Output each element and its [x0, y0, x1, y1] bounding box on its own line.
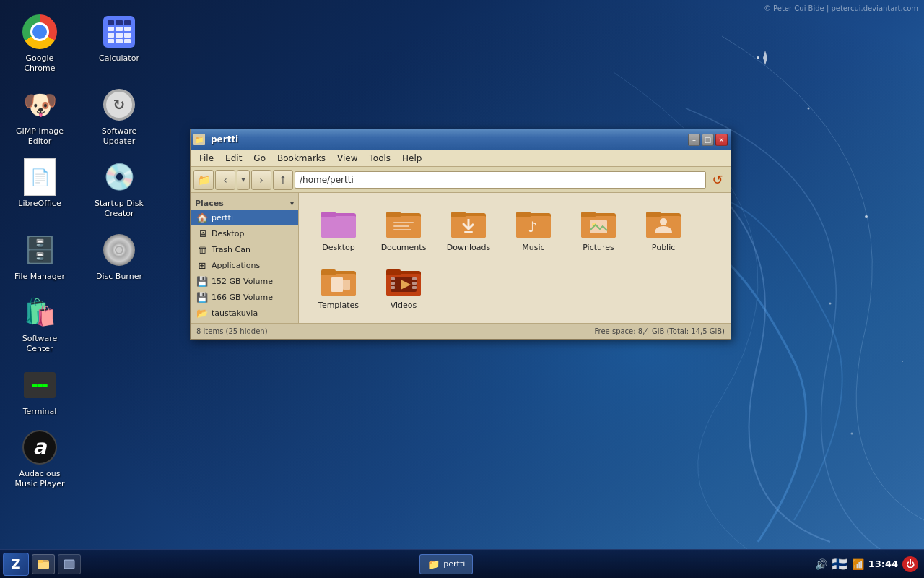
- sidebar-section-places: Places ▾ 🏠 pertti 🖥 Desktop 🗑 Trash Can …: [191, 196, 298, 322]
- svg-rect-53: [64, 560, 74, 569]
- tray-power-button[interactable]: ⏻: [902, 556, 918, 572]
- taskbar-start-button[interactable]: Z: [3, 553, 29, 576]
- minimize-button[interactable]: –: [688, 134, 700, 146]
- menu-go[interactable]: Go: [248, 152, 271, 165]
- sidebar-tausta-icon: 📂: [196, 307, 208, 319]
- tray-flag-icon[interactable]: 🇫🇮: [832, 556, 847, 571]
- svg-rect-51: [38, 562, 49, 569]
- menu-bookmarks[interactable]: Bookmarks: [271, 152, 331, 165]
- sidebar-vol152-icon: 💾: [196, 275, 208, 287]
- file-manager-icon: 🗄️: [24, 235, 56, 265]
- toolbar-forward-btn[interactable]: ›: [251, 170, 271, 190]
- desktop-icon-libreoffice[interactable]: 📄 LibreOffice: [0, 152, 79, 225]
- folder-templates[interactable]: Templates: [306, 258, 371, 316]
- menu-view[interactable]: View: [331, 152, 363, 165]
- sidebar-item-desktop[interactable]: 🖥 Desktop: [191, 225, 298, 241]
- desktop-icon-audacious[interactable]: a AudaciousMusic Player: [0, 423, 79, 496]
- tray-wifi-icon[interactable]: 📶: [852, 558, 864, 570]
- window-controls: – □ ×: [688, 134, 728, 146]
- sidebar-pertti-icon: 🏠: [196, 212, 208, 223]
- chrome-label: GoogleChrome: [24, 53, 55, 74]
- software-center-icon: 🛍️: [24, 297, 56, 327]
- svg-rect-14: [386, 212, 401, 217]
- disc-burner-icon: [103, 234, 135, 266]
- folder-pictures[interactable]: Pictures: [566, 200, 631, 258]
- sidebar-item-vol152[interactable]: 💾 152 GB Volume: [191, 273, 298, 289]
- desktop-icon-software-updater[interactable]: ↻ SoftwareUpdater: [79, 80, 159, 153]
- desktop-icon-terminal[interactable]: ▬▬▬ Terminal: [0, 361, 79, 423]
- folder-templates-label: Templates: [318, 301, 359, 310]
- toolbar-back-btn[interactable]: ‹: [215, 170, 235, 190]
- window-title: pertti: [211, 134, 685, 144]
- svg-point-34: [660, 218, 667, 225]
- file-manager-window: 📁 pertti – □ × File Edit Go Bookmarks Vi…: [190, 129, 731, 340]
- svg-rect-52: [38, 560, 43, 563]
- svg-rect-48: [412, 282, 417, 285]
- folder-desktop[interactable]: Desktop: [306, 200, 371, 258]
- svg-rect-38: [331, 277, 343, 292]
- gimp-label: GIMP ImageEditor: [16, 126, 64, 147]
- taskbar-open-pertti[interactable]: 📁 pertti: [419, 554, 473, 574]
- toolbar-places-btn[interactable]: 📁: [193, 170, 214, 190]
- tray-volume-icon[interactable]: 🔊: [815, 558, 827, 570]
- sidebar-places-header: Places ▾: [191, 197, 298, 210]
- toolbar-refresh-btn[interactable]: ↺: [707, 170, 728, 190]
- folder-music[interactable]: ♪ Music: [501, 200, 566, 258]
- svg-rect-37: [321, 269, 336, 275]
- address-bar[interactable]: /home/pertti: [295, 171, 706, 189]
- desktop-icon-google-chrome[interactable]: GoogleChrome: [0, 7, 79, 80]
- toolbar-dropdown-btn[interactable]: ▾: [237, 170, 250, 190]
- folder-downloads-icon: [450, 206, 487, 241]
- close-button[interactable]: ×: [715, 134, 728, 146]
- folder-music-icon: ♪: [515, 206, 552, 241]
- desktop-icon-calculator[interactable]: Calculator: [79, 7, 159, 80]
- taskbar-window-label: pertti: [443, 559, 465, 569]
- svg-rect-21: [464, 231, 473, 233]
- folder-videos[interactable]: Videos: [371, 258, 436, 316]
- desktop-icon-gimp[interactable]: 🐶 GIMP ImageEditor: [0, 80, 79, 153]
- libreoffice-icon: 📄: [30, 168, 50, 186]
- folder-documents[interactable]: Documents: [371, 200, 436, 258]
- folder-music-label: Music: [522, 243, 544, 252]
- menu-bar: File Edit Go Bookmarks View Tools Help: [191, 150, 731, 167]
- software-center-label: SoftwareCenter: [22, 334, 58, 355]
- status-space: Free space: 8,4 GiB (Total: 14,5 GiB): [595, 327, 725, 335]
- toolbar-up-btn[interactable]: ↑: [273, 170, 293, 190]
- svg-rect-11: [321, 212, 336, 217]
- folder-public[interactable]: Public: [631, 200, 696, 258]
- folder-downloads[interactable]: Downloads: [436, 200, 501, 258]
- watermark: © Peter Cui Bide | petercui.deviantart.c…: [764, 4, 918, 12]
- terminal-label: Terminal: [23, 407, 57, 417]
- taskbar-folder-icon: 📁: [427, 558, 440, 570]
- svg-rect-16: [393, 225, 409, 227]
- desktop-icon-file-manager[interactable]: 🗄️ File Manager: [0, 225, 79, 288]
- maximize-button[interactable]: □: [702, 134, 714, 146]
- sidebar-item-vol166[interactable]: 💾 166 GB Volume: [191, 289, 298, 305]
- taskbar-files-button[interactable]: [32, 554, 55, 574]
- title-bar[interactable]: 📁 pertti – □ ×: [191, 129, 731, 150]
- desktop-icon-startup-disk[interactable]: 💿 Startup DiskCreator: [79, 152, 159, 225]
- menu-edit[interactable]: Edit: [219, 152, 248, 165]
- folder-documents-icon: [385, 206, 422, 241]
- desktop-icon-disc-burner[interactable]: Disc Burner: [79, 225, 159, 288]
- sidebar-arrow: ▾: [290, 199, 294, 207]
- menu-help[interactable]: Help: [396, 152, 427, 165]
- sidebar-desktop-icon: 🖥: [196, 228, 208, 239]
- updater-icon: ↻: [103, 89, 135, 121]
- svg-rect-44: [391, 277, 395, 280]
- sidebar-item-pertti[interactable]: 🏠 pertti: [191, 210, 298, 225]
- menu-file[interactable]: File: [193, 152, 219, 165]
- sidebar-item-taustakuvia[interactable]: 📂 taustakuvia: [191, 305, 298, 321]
- desktop-icon-software-center[interactable]: 🛍️ SoftwareCenter: [0, 288, 79, 361]
- svg-point-8: [851, 433, 853, 435]
- menu-tools[interactable]: Tools: [364, 152, 397, 165]
- sidebar-item-trash[interactable]: 🗑 Trash Can: [191, 241, 298, 257]
- disc-burner-label: Disc Burner: [96, 272, 142, 282]
- sidebar-vol166-icon: 💾: [196, 291, 208, 303]
- title-bar-icon: 📁: [193, 134, 205, 145]
- folder-pictures-label: Pictures: [583, 243, 614, 252]
- taskbar-window-btn[interactable]: [58, 554, 81, 574]
- updater-label: SoftwareUpdater: [102, 126, 137, 147]
- folder-public-icon: [645, 206, 682, 241]
- sidebar-item-applications[interactable]: ⊞ Applications: [191, 257, 298, 273]
